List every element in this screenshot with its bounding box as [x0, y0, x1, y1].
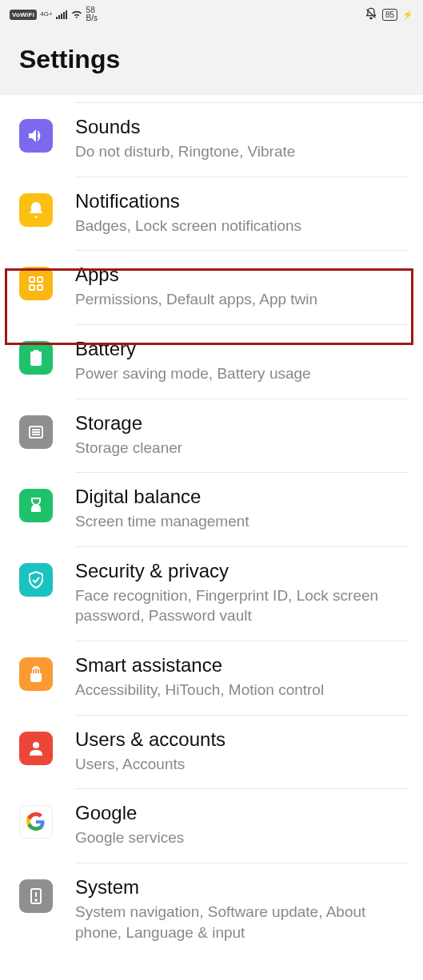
- network-type: 4G+: [40, 11, 52, 18]
- item-subtitle: Permissions, Default apps, App twin: [75, 289, 409, 310]
- setting-users-accounts[interactable]: Users & accounts Users, Accounts: [0, 716, 423, 790]
- item-title: Notifications: [75, 190, 409, 212]
- item-title: Users & accounts: [75, 728, 409, 751]
- setting-sounds[interactable]: Sounds Do not disturb, Ringtone, Vibrate: [0, 103, 423, 177]
- status-left: VoWiFi 4G+ 58 B/s: [10, 6, 98, 22]
- wifi-icon: [70, 9, 83, 20]
- signal-icon: [56, 10, 67, 19]
- previous-item-edge: [75, 95, 423, 103]
- setting-notifications[interactable]: Notifications Badges, Lock screen notifi…: [0, 177, 423, 252]
- mute-icon: [365, 7, 377, 22]
- item-subtitle: Screen time management: [75, 511, 409, 532]
- setting-apps[interactable]: Apps Permissions, Default apps, App twin: [0, 251, 423, 325]
- setting-system[interactable]: System System navigation, Software updat…: [0, 863, 423, 957]
- page-title: Settings: [19, 45, 404, 74]
- setting-battery[interactable]: Battery Power saving mode, Battery usage: [0, 325, 423, 399]
- apps-icon: [19, 267, 53, 300]
- digital-balance-icon: [19, 489, 53, 522]
- setting-smart-assistance[interactable]: Smart assistance Accessibility, HiTouch,…: [0, 641, 423, 716]
- system-icon: [19, 879, 53, 913]
- storage-icon: [19, 415, 53, 449]
- item-subtitle: System navigation, Software update, Abou…: [75, 902, 409, 942]
- battery-icon: [19, 341, 53, 375]
- item-title: Battery: [75, 338, 409, 360]
- item-title: Apps: [75, 264, 409, 286]
- svg-rect-4: [38, 285, 42, 290]
- item-title: System: [75, 876, 409, 899]
- battery-indicator: 85: [382, 9, 397, 21]
- svg-point-12: [35, 899, 37, 901]
- setting-security[interactable]: Security & privacy Face recognition, Fin…: [0, 547, 423, 641]
- setting-google[interactable]: Google Google services: [0, 789, 423, 863]
- item-subtitle: Badges, Lock screen notifications: [75, 216, 409, 236]
- item-title: Smart assistance: [75, 654, 409, 676]
- item-subtitle: Google services: [75, 827, 409, 848]
- smart-assistance-icon: [19, 657, 53, 691]
- item-subtitle: Power saving mode, Battery usage: [75, 363, 409, 384]
- data-speed: 58 B/s: [86, 6, 98, 22]
- item-subtitle: Storage cleaner: [75, 438, 409, 458]
- item-title: Google: [75, 802, 409, 824]
- item-title: Sounds: [75, 116, 409, 138]
- item-title: Storage: [75, 412, 409, 434]
- vowifi-badge: VoWiFi: [10, 10, 37, 20]
- item-title: Digital balance: [75, 486, 409, 508]
- item-subtitle: Accessibility, HiTouch, Motion control: [75, 680, 409, 700]
- google-icon: [19, 805, 53, 839]
- item-subtitle: Do not disturb, Ringtone, Vibrate: [75, 141, 409, 162]
- settings-list[interactable]: Sounds Do not disturb, Ringtone, Vibrate…: [0, 103, 423, 957]
- charging-icon: ⚡: [402, 10, 413, 20]
- status-right: 85 ⚡: [365, 7, 413, 22]
- svg-rect-2: [38, 277, 42, 282]
- svg-rect-1: [30, 277, 34, 282]
- setting-digital-balance[interactable]: Digital balance Screen time management: [0, 473, 423, 547]
- notifications-icon: [19, 193, 53, 227]
- users-icon: [19, 732, 53, 765]
- svg-point-9: [33, 742, 39, 748]
- status-bar: VoWiFi 4G+ 58 B/s 85 ⚡: [0, 0, 423, 29]
- sounds-icon: [19, 119, 53, 153]
- header: Settings: [0, 29, 423, 95]
- item-subtitle: Users, Accounts: [75, 754, 409, 775]
- svg-rect-3: [30, 285, 34, 290]
- security-icon: [19, 563, 53, 597]
- item-subtitle: Face recognition, Fingerprint ID, Lock s…: [75, 585, 409, 626]
- item-title: Security & privacy: [75, 560, 409, 582]
- setting-storage[interactable]: Storage Storage cleaner: [0, 399, 423, 474]
